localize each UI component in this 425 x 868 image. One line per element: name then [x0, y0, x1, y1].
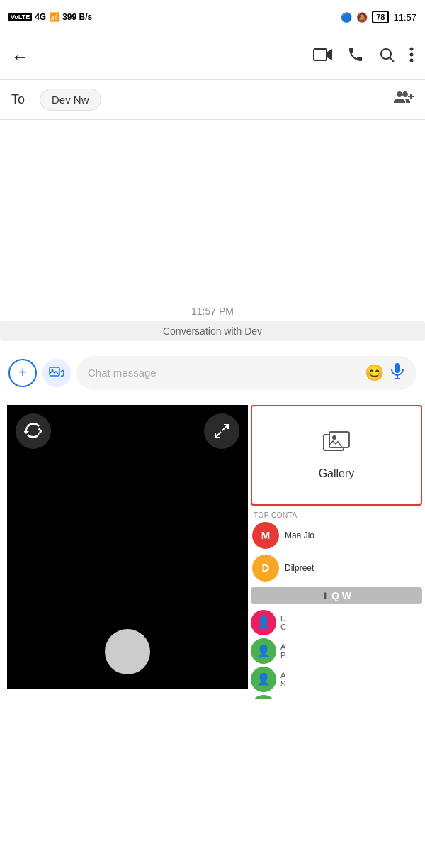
battery-indicator: 78: [372, 11, 389, 23]
message-input-wrap: Chat message 😊: [76, 356, 416, 390]
status-left: VoLTE 4G 📶 399 B/s: [8, 12, 92, 22]
more-vert-icon[interactable]: [409, 46, 414, 67]
volte-badge: VoLTE: [8, 13, 32, 21]
mic-icon[interactable]: [390, 362, 405, 384]
camera-rotate-button[interactable]: [16, 413, 51, 449]
status-right: 🔵 🔕 78 11:57: [341, 11, 416, 23]
add-icon: +: [18, 365, 27, 381]
contact-row-dilpreet[interactable]: D Dilpreet: [251, 552, 422, 584]
svg-line-14: [222, 425, 228, 430]
key-w: W: [342, 590, 351, 601]
app-bar: ←: [0, 34, 425, 79]
more-contact-info-2: AP: [280, 642, 285, 660]
media-section: Gallery TOP CONTA M Maa Jio D Dilpreet: [0, 398, 425, 699]
more-contact-1[interactable]: 👤 UC: [251, 610, 422, 635]
mute-icon: 🔕: [356, 12, 368, 23]
contact-row-maa[interactable]: M Maa Jio: [251, 519, 422, 552]
more-contacts: 👤 UC 👤 AP 👤 AS 👤 AD: [251, 610, 422, 699]
message-bar: + Chat message 😊: [0, 347, 425, 398]
top-contacts-header: TOP CONTA: [251, 511, 422, 519]
gallery-icon: [322, 430, 351, 462]
camera-expand-button[interactable]: [204, 413, 239, 449]
svg-point-4: [410, 48, 414, 51]
add-contact-icon[interactable]: [394, 89, 414, 111]
contact-avatar-maa: M: [252, 522, 279, 549]
more-contact-info-1: UC: [280, 614, 286, 631]
gallery-tile[interactable]: Gallery: [251, 405, 422, 506]
more-contact-4[interactable]: 👤 AD: [251, 695, 422, 699]
svg-point-2: [381, 49, 391, 59]
right-panel: Gallery TOP CONTA M Maa Jio D Dilpreet: [248, 398, 425, 699]
more-contact-avatar-4: 👤: [251, 695, 276, 699]
contact-name-dilpreet: Dilpreet: [285, 563, 314, 573]
svg-line-15: [215, 432, 221, 438]
keyboard-hint[interactable]: ⬆ Q W: [251, 587, 422, 604]
svg-point-19: [332, 435, 336, 440]
svg-point-5: [410, 53, 414, 57]
status-bar: VoLTE 4G 📶 399 B/s 🔵 🔕 78 11:57: [0, 0, 425, 34]
camera-view: [7, 405, 248, 689]
speed-indicator: 399 B/s: [62, 12, 92, 22]
contact-name-maa: Maa Jio: [285, 530, 314, 540]
to-field: To Dev Nw: [0, 80, 425, 120]
time-display: 11:57: [393, 12, 416, 23]
svg-rect-11: [395, 363, 400, 373]
search-icon[interactable]: [378, 46, 395, 67]
chat-message-placeholder[interactable]: Chat message: [88, 367, 359, 379]
gallery-attach-button[interactable]: [42, 359, 71, 387]
more-contact-2[interactable]: 👤 AP: [251, 638, 422, 664]
keyboard-arrow-icon: ⬆: [322, 591, 329, 601]
emoji-icon[interactable]: 😊: [365, 364, 384, 382]
more-contact-avatar-3: 👤: [251, 667, 276, 692]
bluetooth-icon: 🔵: [341, 12, 352, 23]
to-label: To: [11, 92, 31, 107]
conversation-label: Conversation with Dev: [0, 321, 425, 341]
more-contact-avatar-2: 👤: [251, 638, 276, 664]
gallery-label: Gallery: [319, 467, 355, 480]
top-contacts-section: TOP CONTA M Maa Jio D Dilpreet ⬆ Q W: [251, 511, 422, 604]
video-call-icon[interactable]: [313, 48, 333, 66]
signal-strength: 4G: [35, 12, 46, 22]
more-contact-info-3: AS: [280, 671, 285, 688]
app-bar-icons: [313, 46, 414, 67]
svg-point-6: [410, 59, 414, 62]
back-button[interactable]: ←: [11, 47, 28, 67]
camera-shutter-button[interactable]: [105, 629, 150, 674]
chat-area: 11:57 PM Conversation with Dev: [0, 120, 425, 347]
add-button[interactable]: +: [8, 359, 37, 387]
key-q: Q: [332, 590, 339, 601]
phone-icon[interactable]: [347, 46, 364, 67]
wifi-icon: 📶: [49, 12, 60, 22]
more-contact-avatar-1: 👤: [251, 610, 276, 635]
svg-line-3: [390, 58, 395, 62]
svg-rect-0: [314, 49, 327, 60]
timestamp: 11:57 PM: [191, 306, 234, 317]
svg-marker-1: [327, 49, 332, 60]
more-contact-3[interactable]: 👤 AS: [251, 667, 422, 692]
contact-avatar-dilpreet: D: [252, 555, 279, 582]
svg-rect-17: [329, 432, 349, 447]
contact-chip-dev[interactable]: Dev Nw: [40, 89, 101, 111]
